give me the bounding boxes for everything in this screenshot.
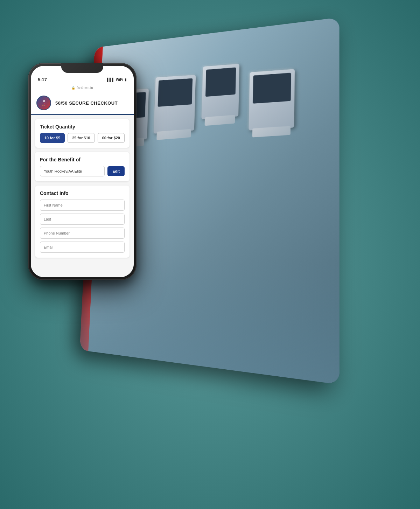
logo-text: ⚙🏒: [42, 100, 46, 106]
phone-frame: 5:17 ▌▌▌ WiFi ▮ 🔒 fanthem.io ⚙🏒: [28, 63, 136, 280]
benefit-title: For the Benefit of: [40, 157, 125, 162]
first-name-input[interactable]: [40, 200, 125, 211]
ticket-quantity-section: Ticket Quantity 10 for $5 25 for $10 60 …: [35, 119, 130, 148]
pos-terminal-3: [202, 64, 239, 119]
wifi-icon: WiFi: [116, 78, 123, 82]
contact-info-section: Contact Info: [35, 186, 130, 258]
contact-info-title: Contact Info: [40, 190, 125, 196]
app-header: ⚙🏒 50/50 SECURE CHECKOUT: [31, 92, 134, 115]
last-name-input[interactable]: [40, 214, 125, 225]
url-bar: 🔒 fanthem.io: [31, 84, 134, 92]
status-icons: ▌▌▌ WiFi ▮: [107, 78, 127, 82]
signal-icon: ▌▌▌: [107, 78, 114, 82]
app-logo: ⚙🏒: [36, 96, 51, 110]
phone-number-input[interactable]: [40, 228, 125, 239]
ticket-quantity-title: Ticket Quantity: [40, 124, 125, 130]
lock-icon: 🔒: [71, 86, 75, 90]
ticket-option-3[interactable]: 60 for $20: [98, 133, 125, 143]
edit-benefit-button[interactable]: Edit: [107, 166, 125, 176]
status-time: 5:17: [38, 77, 47, 82]
pos-terminal-2: [154, 75, 196, 134]
phone-container: 5:17 ▌▌▌ WiFi ▮ 🔒 fanthem.io ⚙🏒: [28, 63, 136, 280]
benefit-section: For the Benefit of Youth Hockey/AA Elite…: [35, 152, 130, 181]
benefit-value: Youth Hockey/AA Elite: [40, 166, 105, 176]
email-input[interactable]: [40, 242, 125, 253]
pos-terminal-4: [249, 69, 295, 131]
benefit-row: Youth Hockey/AA Elite Edit: [40, 166, 125, 176]
battery-icon: ▮: [125, 78, 127, 82]
ticket-option-1[interactable]: 10 for $5: [40, 133, 65, 143]
url-text: fanthem.io: [77, 86, 93, 90]
ticket-option-2[interactable]: 25 for $10: [68, 133, 94, 143]
ticket-options: 10 for $5 25 for $10 60 for $20: [40, 133, 125, 143]
app-title: 50/50 SECURE CHECKOUT: [55, 100, 118, 106]
phone-screen: 5:17 ▌▌▌ WiFi ▮ 🔒 fanthem.io ⚙🏒: [31, 66, 134, 277]
app-content: Ticket Quantity 10 for $5 25 for $10 60 …: [31, 115, 134, 277]
phone-notch: [61, 63, 103, 73]
